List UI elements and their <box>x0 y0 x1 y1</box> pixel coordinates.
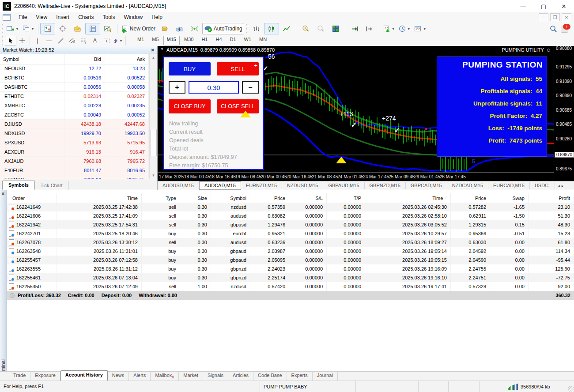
templates-button[interactable]: ▼ <box>412 23 428 34</box>
minimize-button[interactable]: — <box>513 0 533 12</box>
market-watch-row[interactable]: NDXUSD 19929.70 19933.50 <box>0 129 149 138</box>
menu-item[interactable]: View <box>31 13 52 22</box>
mdi-close-button[interactable]: ✕ <box>562 13 571 21</box>
timeframe-button[interactable]: MN <box>256 36 270 45</box>
menu-item[interactable]: File <box>14 13 31 22</box>
crosshair-tool[interactable] <box>16 36 28 45</box>
strategy-tester-toggle[interactable] <box>100 23 115 34</box>
chart-tab[interactable]: NZDCAD,M15 <box>447 182 488 189</box>
market-watch-row[interactable]: AEXEUR 916.13 916.47 <box>0 147 149 157</box>
maximize-button[interactable]: ▢ <box>533 0 554 12</box>
market-watch-toggle[interactable] <box>40 23 55 34</box>
auto-scroll-button[interactable] <box>347 23 362 34</box>
navigator-toggle[interactable] <box>70 23 85 34</box>
signals-button[interactable] <box>187 23 202 34</box>
chart-shift-button[interactable] <box>362 23 377 34</box>
publish-button[interactable] <box>172 23 187 34</box>
timeframe-button[interactable]: H1 <box>198 36 211 45</box>
terminal-tab[interactable]: Articles <box>228 371 253 381</box>
market-watch-close-icon[interactable]: ✕ <box>151 48 155 53</box>
terminal-tab[interactable]: News <box>108 371 129 381</box>
fibonacci-tool[interactable]: F <box>78 36 89 45</box>
market-watch-row[interactable]: DJIUSD 42438.18 42447.68 <box>0 120 149 129</box>
scrollbar-thumb[interactable] <box>151 129 157 156</box>
order-row[interactable]: 162267078 2025.03.26 13:30:12 sell 0.30 … <box>7 238 574 247</box>
cursor-tool[interactable] <box>5 36 16 45</box>
order-row[interactable]: 162241606 2025.03.25 17:41:09 sell 0.30 … <box>7 211 574 220</box>
text-label-tool[interactable]: T <box>101 36 112 45</box>
resize-grip[interactable] <box>568 386 574 392</box>
autotrading-toggle[interactable]: AutoTrading <box>202 23 244 34</box>
tile-windows-button[interactable] <box>328 23 343 34</box>
mdi-restore-button[interactable]: ❐ <box>550 13 560 21</box>
timeframe-button[interactable]: M15 <box>163 36 180 45</box>
market-watch-row[interactable]: F40EUR 8011.47 8016.65 <box>0 166 149 175</box>
chart-tab[interactable]: GBPCAD,M15 <box>406 182 447 189</box>
market-watch-row[interactable]: NEOUSD 12.72 13.23 <box>0 64 149 73</box>
zoom-out-button[interactable] <box>313 23 328 34</box>
buy-button[interactable]: BUY <box>169 62 211 75</box>
column-ask[interactable]: Ask <box>105 54 149 64</box>
text-tool[interactable]: A <box>89 36 101 45</box>
timeframe-button[interactable]: D1 <box>227 36 240 45</box>
order-row[interactable]: 162241942 2025.03.25 17:54:31 sell 0.30 … <box>7 220 574 229</box>
market-watch-tab[interactable]: Symbols <box>2 181 35 190</box>
sell-button[interactable]: SELL+ <box>217 62 259 75</box>
terminal-tab[interactable]: Signals <box>203 371 228 381</box>
order-row[interactable]: 162241649 2025.03.25 17:42:38 sell 0.30 … <box>7 203 574 211</box>
close-buy-button[interactable]: CLOSE BUY <box>169 99 211 113</box>
profiles-button[interactable]: ▼ <box>21 23 36 34</box>
scroll-up-icon[interactable]: ▲ <box>150 54 157 61</box>
chart-tab[interactable]: GBPAUD,M15 <box>323 182 364 189</box>
channel-tool[interactable]: E <box>66 36 78 45</box>
scroll-down-icon[interactable]: ▼ <box>150 172 157 179</box>
timeframe-button[interactable]: M30 <box>181 36 197 45</box>
arrows-tool[interactable]: ▼ <box>112 36 124 45</box>
terminal-tab[interactable]: Account History <box>60 370 108 381</box>
chart-tab[interactable]: EURNZD,M15 <box>241 182 282 189</box>
market-watch-row[interactable]: BCHBTC 0.00516 0.00522 <box>0 73 149 83</box>
toolbar-grip[interactable] <box>2 24 3 33</box>
terminal-tab[interactable]: Mailbox8 <box>151 371 179 381</box>
chart-line-button[interactable] <box>279 23 294 34</box>
terminal-tab[interactable]: Experts <box>287 371 313 381</box>
order-row[interactable]: 162255450 2025.03.26 07:12:49 sell 1.00 … <box>7 282 574 291</box>
column-open-time[interactable]: Time <box>57 193 142 203</box>
terminal-tab[interactable]: Journal <box>313 371 338 381</box>
market-watch-scrollbar[interactable]: ▲ ▼ <box>149 54 157 179</box>
terminal-tab[interactable]: Code Base <box>253 371 287 381</box>
order-row[interactable]: 162255457 2025.03.26 07:12:58 buy 0.30 g… <box>7 256 574 264</box>
chart-bars-button[interactable] <box>249 23 264 34</box>
market-watch-row[interactable]: ZECBTC 0.00049 0.00052 <box>0 110 149 120</box>
order-row[interactable]: 162263555 2025.03.26 11:31:12 buy 0.30 g… <box>7 264 574 273</box>
terminal-tab[interactable]: Alerts <box>129 371 151 381</box>
menu-item[interactable]: Tools <box>98 13 120 22</box>
horizontal-line-tool[interactable]: — <box>43 36 55 45</box>
panel-expand-icon[interactable]: + <box>254 62 257 69</box>
zoom-in-button[interactable] <box>298 23 313 34</box>
indicators-button[interactable]: ▼ <box>381 23 397 34</box>
menu-item[interactable]: Window <box>120 13 147 22</box>
order-row[interactable]: 162263548 2025.03.26 11:31:01 buy 0.30 g… <box>7 247 574 256</box>
column-sl[interactable]: S/L <box>289 193 327 203</box>
notifications-button[interactable]: 1 <box>561 25 570 33</box>
price-scale[interactable]: 0.91295 0.91090 0.90890 0.90685 0.90485 … <box>554 46 574 181</box>
chart-dropdown-icon[interactable]: ▼ <box>160 47 164 53</box>
menu-item[interactable]: Insert <box>52 13 74 22</box>
connection-status[interactable]: 356980/94 kb <box>508 381 550 392</box>
chart-tab[interactable]: AUDCAD,M15 <box>199 181 241 190</box>
periods-button[interactable]: ▼ <box>397 23 412 34</box>
terminal-tab[interactable]: Market <box>179 371 203 381</box>
terminal-close-icon[interactable]: ✕ <box>1 192 5 196</box>
chart-ohlc-header[interactable]: ▼ AUDCAD,M15 0.89879 0.89909 0.89858 0.8… <box>160 47 275 53</box>
chart-canvas[interactable]: ▼ AUDCAD,M15 0.89879 0.89909 0.89858 0.8… <box>158 46 554 172</box>
market-watch-row[interactable]: SPXUSD 5713.93 5715.95 <box>0 138 149 147</box>
column-tp[interactable]: T/P <box>327 193 365 203</box>
lot-increase-button[interactable]: + <box>169 81 185 94</box>
search-icon[interactable] <box>550 25 557 33</box>
terminal-toggle[interactable] <box>85 23 100 34</box>
tabs-scroll-left-icon[interactable]: ◂ <box>558 184 560 188</box>
terminal-tab[interactable]: Exposure <box>30 371 60 381</box>
order-row[interactable]: 162255461 2025.03.26 07:13:04 buy 0.30 g… <box>7 273 574 282</box>
market-watch-row[interactable]: AXJAUD 7960.68 7965.72 <box>0 157 149 166</box>
